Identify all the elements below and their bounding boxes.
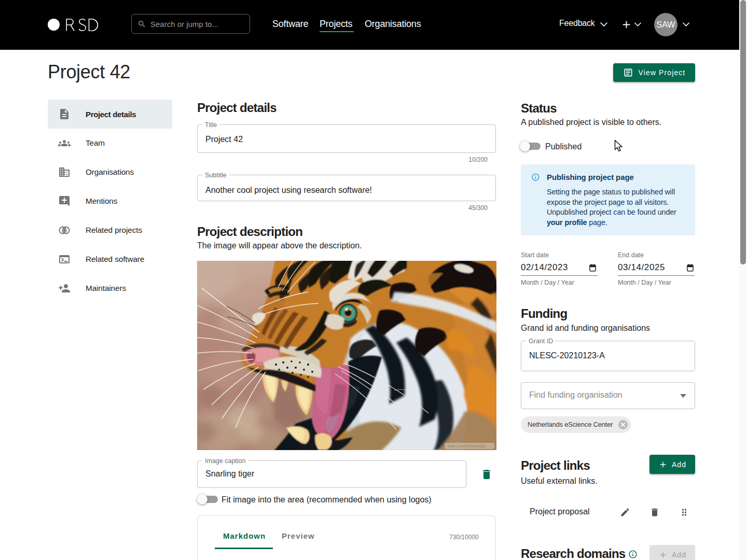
- svg-text:WALLPAPERSWIDE: WALLPAPERSWIDE: [448, 444, 486, 449]
